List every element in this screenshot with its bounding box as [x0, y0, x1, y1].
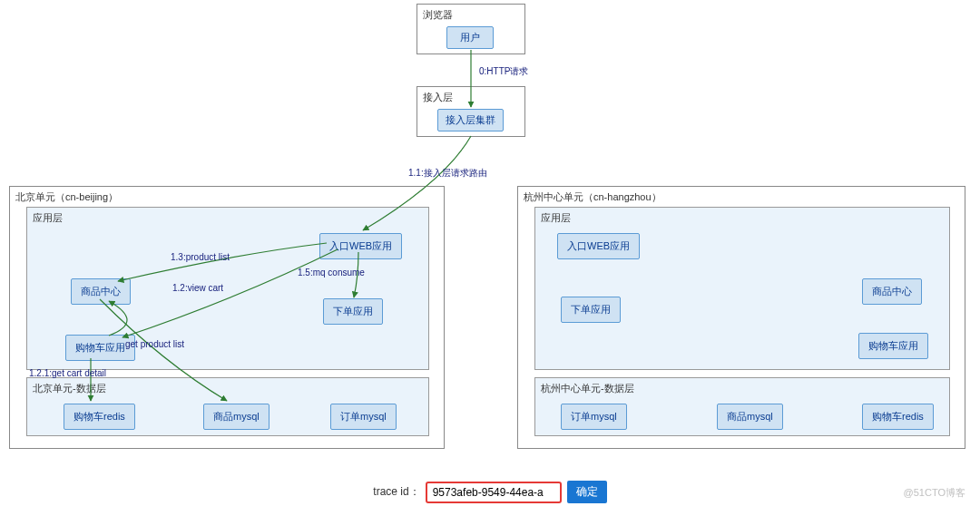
- hangzhou-title: 杭州中心单元（cn-hangzhou）: [518, 187, 667, 208]
- hangzhou-unit: 杭州中心单元（cn-hangzhou） 应用层 入口WEB应用 下单应用 商品中…: [517, 186, 965, 449]
- edge-http: 0:HTTP请求: [479, 65, 528, 78]
- user-node[interactable]: 用户: [446, 26, 494, 49]
- access-cluster-node[interactable]: 接入层集群: [437, 109, 504, 131]
- access-group: 接入层 接入层集群: [416, 86, 525, 137]
- confirm-button[interactable]: 确定: [567, 481, 607, 503]
- beijing-unit: 北京单元（cn-beijing） 应用层 入口WEB应用 商品中心 下单应用 购…: [9, 186, 445, 449]
- bj-order-mysql[interactable]: 订单mysql: [330, 404, 397, 430]
- hangzhou-app-label: 应用层: [535, 208, 949, 229]
- edge-route: 1.1:接入层请求路由: [408, 167, 487, 180]
- beijing-data-layer: 北京单元-数据层 购物车redis 商品mysql 订单mysql: [26, 377, 429, 436]
- bj-cart-redis[interactable]: 购物车redis: [64, 404, 135, 430]
- hz-order-app[interactable]: 下单应用: [561, 297, 621, 323]
- bj-product-center[interactable]: 商品中心: [71, 278, 131, 305]
- browser-label: 浏览器: [417, 5, 458, 25]
- hz-product-mysql[interactable]: 商品mysql: [717, 404, 783, 430]
- beijing-app-layer: 应用层 入口WEB应用 商品中心 下单应用 购物车应用: [26, 207, 429, 370]
- hz-cart-app[interactable]: 购物车应用: [858, 333, 928, 359]
- edge-product-list: 1.3:product list: [171, 252, 230, 262]
- trace-label: trace id：: [373, 484, 419, 500]
- hangzhou-data-layer: 杭州中心单元-数据层 订单mysql 商品mysql 购物车redis: [534, 377, 950, 436]
- browser-group: 浏览器 用户: [416, 4, 525, 54]
- edge-get-cart-detail: 1.2.1:get cart detail: [29, 368, 106, 378]
- hz-web-app[interactable]: 入口WEB应用: [557, 233, 640, 259]
- bj-product-mysql[interactable]: 商品mysql: [203, 404, 270, 430]
- beijing-data-label: 北京单元-数据层: [27, 378, 428, 399]
- hz-order-mysql[interactable]: 订单mysql: [561, 404, 627, 430]
- watermark: @51CTO博客: [904, 486, 965, 500]
- bj-order-app[interactable]: 下单应用: [323, 298, 383, 325]
- beijing-app-label: 应用层: [27, 208, 428, 229]
- trace-bar: trace id： 确定: [0, 481, 980, 503]
- access-label: 接入层: [417, 87, 458, 108]
- edge-get-product-list: get product list: [125, 339, 184, 349]
- edge-view-cart: 1.2:view cart: [172, 283, 223, 293]
- beijing-title: 北京单元（cn-beijing）: [10, 187, 123, 208]
- hz-cart-redis[interactable]: 购物车redis: [862, 404, 934, 430]
- hz-product-center[interactable]: 商品中心: [862, 278, 922, 305]
- hangzhou-data-label: 杭州中心单元-数据层: [535, 378, 949, 399]
- edge-mq-consume: 1.5:mq consume: [298, 268, 365, 277]
- bj-web-app[interactable]: 入口WEB应用: [319, 233, 402, 259]
- trace-input[interactable]: [426, 482, 562, 503]
- hangzhou-app-layer: 应用层 入口WEB应用 下单应用 商品中心 购物车应用: [534, 207, 950, 370]
